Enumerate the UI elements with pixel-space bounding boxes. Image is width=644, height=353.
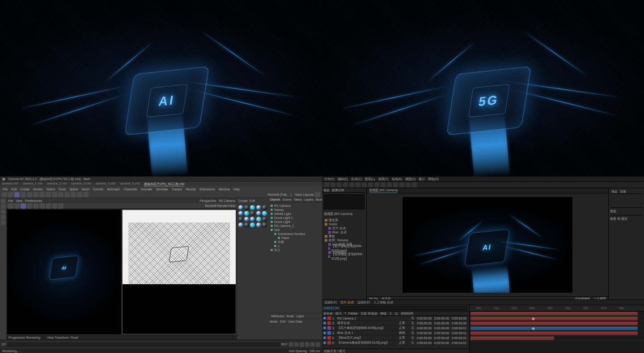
- menu-item[interactable]: 文件(F): [324, 177, 335, 181]
- move-tool-icon[interactable]: [21, 192, 26, 198]
- menu-item[interactable]: Mesh: [82, 188, 89, 191]
- material-swatch[interactable]: [238, 211, 243, 216]
- timeline-tab[interactable]: 渲染队列: [357, 300, 370, 305]
- document-tab[interactable]: camera_2.c4d: [47, 182, 67, 186]
- layer-row[interactable]: 1RS Camera 1无0:00:00:000:00:08:000:00:08…: [322, 316, 469, 321]
- next-frame-icon[interactable]: [305, 342, 309, 347]
- project-tab[interactable]: 项目: [323, 188, 330, 192]
- material-swatch[interactable]: [256, 211, 261, 216]
- menu-item[interactable]: Window: [219, 188, 230, 191]
- column-header[interactable]: 出: [394, 311, 399, 316]
- tree-item[interactable]: Infinite Light: [270, 212, 321, 216]
- timeline-tab[interactable]: 芯片.合成: [340, 300, 354, 305]
- menu-item[interactable]: 合成(C): [351, 177, 362, 181]
- document-tab[interactable]: camera_4.c4d: [96, 182, 115, 186]
- layer-bar[interactable]: [470, 312, 638, 315]
- axis-mode-icon[interactable]: [1, 220, 5, 225]
- layer-color-swatch[interactable]: [327, 321, 331, 325]
- material-swatch[interactable]: [244, 211, 249, 216]
- goto-start-icon[interactable]: [289, 342, 293, 347]
- track-row[interactable]: [470, 326, 644, 331]
- play-icon[interactable]: [300, 342, 304, 347]
- rect-tool-icon[interactable]: [368, 182, 373, 187]
- view-prefs-menu[interactable]: Preferences: [25, 199, 42, 202]
- scale-tool-icon[interactable]: [33, 192, 38, 198]
- layer-bar[interactable]: [470, 317, 638, 320]
- mat-edit-menu[interactable]: Edit: [250, 199, 255, 204]
- tree-item[interactable]: Null: [270, 228, 321, 232]
- timeline-tab[interactable]: 渲染队列: [324, 300, 337, 305]
- vp-tool-icon[interactable]: [27, 203, 32, 209]
- column-header[interactable]: 伸缩: [379, 311, 388, 316]
- material-swatch[interactable]: [250, 211, 255, 216]
- comp-viewport[interactable]: AI: [367, 193, 608, 296]
- layer-bar[interactable]: [470, 336, 554, 340]
- tree-item[interactable]: Dome Light: [270, 220, 321, 224]
- material-swatch[interactable]: [256, 223, 261, 227]
- effects-tab[interactable]: 效果控件: [332, 188, 344, 192]
- layer-row[interactable]: 6【Camera基础定制0000-0120].png】正常无0:00:00:00…: [322, 340, 469, 345]
- menu-item[interactable]: 视图(V): [405, 177, 415, 181]
- info-tab[interactable]: 信息: [611, 189, 618, 193]
- object-tree[interactable]: RS CameraSweepInfinite LightDome Light.1…: [268, 202, 322, 313]
- layer-row[interactable]: 4Blue.合成 1相加无0:00:00:000:00:08:000:00:08…: [322, 331, 469, 336]
- menu-item[interactable]: 动画(A): [392, 177, 402, 181]
- layout-icon[interactable]: [315, 192, 320, 198]
- material-swatch[interactable]: [262, 205, 267, 210]
- pen-tool-icon[interactable]: [374, 182, 379, 187]
- prev-frame-icon[interactable]: [294, 342, 299, 347]
- menu-item[interactable]: 帮助(H): [428, 177, 439, 181]
- rotate-tool-icon[interactable]: [27, 192, 32, 198]
- tree-item[interactable]: RS Camera_1: [270, 224, 321, 228]
- menu-item[interactable]: Simulate: [156, 188, 168, 191]
- document-tab[interactable]: camera_5.c4d: [120, 182, 140, 186]
- save-layouts-button[interactable]: Save Layouts: [295, 193, 314, 196]
- visibility-toggle-icon[interactable]: [323, 332, 326, 334]
- document-tab[interactable]: camera_1.c4d: [23, 182, 42, 186]
- material-swatch[interactable]: [244, 223, 249, 227]
- vp-tool-icon[interactable]: [58, 203, 64, 209]
- vp-tool-icon[interactable]: [52, 203, 57, 209]
- column-header[interactable]: 源名称: [322, 311, 334, 316]
- hand-tool-icon[interactable]: [337, 182, 342, 187]
- menu-item[interactable]: Help: [233, 188, 240, 191]
- panel-tab[interactable]: Layers: [304, 198, 314, 202]
- camera-tool-icon[interactable]: [356, 182, 360, 187]
- view-file-menu[interactable]: File: [8, 199, 13, 202]
- layer-color-swatch[interactable]: [327, 341, 331, 345]
- menu-item[interactable]: Spline: [69, 188, 78, 191]
- edge-mode-icon[interactable]: [1, 210, 5, 214]
- menu-item[interactable]: Modes: [33, 188, 42, 191]
- panel-tab[interactable]: Takes: [294, 198, 302, 202]
- visibility-toggle-icon[interactable]: [323, 341, 326, 344]
- view-camera-name[interactable]: RS Camera: [219, 199, 235, 202]
- tree-item[interactable]: 导入: [270, 248, 321, 252]
- material-swatch[interactable]: [250, 223, 255, 227]
- document-tab[interactable]: camera.c4d: [2, 182, 18, 186]
- material-swatch[interactable]: [256, 217, 261, 222]
- visibility-toggle-icon[interactable]: [323, 317, 326, 319]
- menu-item[interactable]: 图层(L): [365, 177, 375, 181]
- clone-tool-icon[interactable]: [393, 182, 398, 187]
- selection-tool-icon[interactable]: [330, 182, 335, 187]
- project-item[interactable]: 【芯片基础定制[0000-0240].png】: [323, 246, 365, 250]
- redo-icon[interactable]: [8, 192, 13, 198]
- track-row[interactable]: [470, 311, 644, 316]
- material-swatch[interactable]: [250, 217, 255, 222]
- view-view-menu[interactable]: View: [16, 199, 22, 202]
- vp-tool-icon[interactable]: [33, 203, 38, 209]
- visibility-toggle-icon[interactable]: [323, 336, 326, 339]
- menu-item[interactable]: Tools: [59, 188, 66, 191]
- layer-color-swatch[interactable]: [327, 316, 331, 320]
- attr-tab[interactable]: Attributes: [271, 315, 284, 319]
- zoom-tool-icon[interactable]: [343, 182, 348, 187]
- timeline-end[interactable]: 90 F: [281, 343, 288, 346]
- render-settings-icon[interactable]: [83, 192, 89, 198]
- tree-item[interactable]: RS Camera: [270, 204, 321, 208]
- home-icon[interactable]: [324, 182, 329, 187]
- column-header[interactable]: 父级 和 链接: [359, 311, 379, 316]
- menu-item[interactable]: Create: [20, 188, 30, 191]
- audio-tab[interactable]: 音频: [620, 189, 626, 193]
- column-header[interactable]: T .TrkMat: [343, 312, 359, 315]
- render-icon[interactable]: [77, 192, 82, 198]
